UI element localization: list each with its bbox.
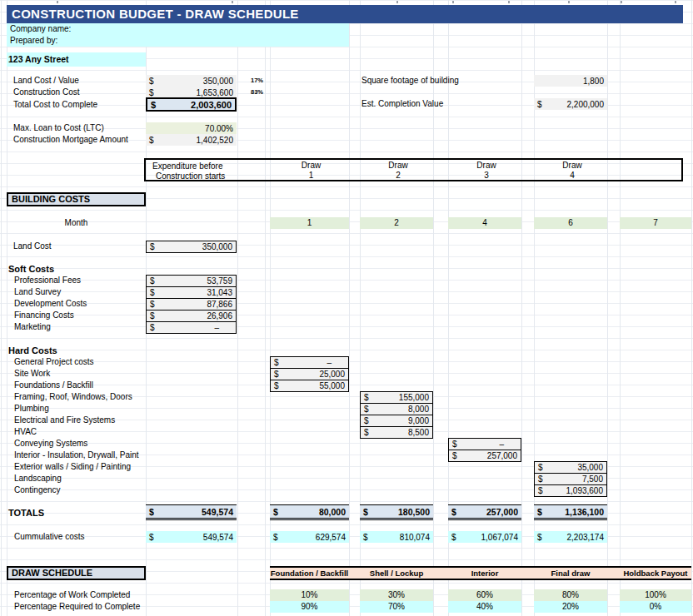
hard-cost-cell[interactable]: $8,000 [360, 403, 433, 415]
totals-cell: $80,000 [270, 504, 349, 520]
sqft-cell[interactable]: 1,800 [534, 75, 607, 87]
hard-cost-cell[interactable]: $25,000 [270, 368, 349, 380]
required-complete-cell[interactable]: 90% [270, 601, 349, 613]
totals-cell: $1,136,100 [534, 504, 607, 520]
land-cost-value-label: Land Cost / Value [13, 75, 79, 87]
land-cost-value-cell[interactable]: $ 350,000 [146, 75, 237, 87]
draw2-header: Draw 2 [361, 161, 435, 181]
cumulative-cell: $1,067,074 [448, 531, 521, 543]
hard-cost-label: Plumbing [14, 403, 49, 415]
hard-cost-cell[interactable]: $8,500 [360, 426, 433, 439]
mortgage-label: Construction Mortgage Amount [13, 134, 128, 146]
required-complete-cell[interactable]: 20% [534, 601, 607, 613]
soft-cost-cell[interactable]: $– [146, 321, 237, 334]
work-completed-cell[interactable]: 100% [620, 589, 691, 601]
completion-value-cell[interactable]: $ 2,200,000 [534, 98, 607, 110]
spreadsheet: CONSTRUCTION BUDGET - DRAW SCHEDULE Comp… [0, 0, 693, 616]
draw4-header: Draw 4 [536, 161, 609, 181]
required-complete-cell[interactable]: 40% [448, 601, 521, 613]
hard-cost-cell[interactable]: $– [270, 356, 349, 369]
cumulative-cell: $2,203,174 [534, 531, 607, 543]
land-cost-label: Land Cost [13, 241, 52, 252]
address-cell[interactable]: 123 Any Street [7, 52, 146, 67]
soft-cost-cell[interactable]: $87,866 [146, 298, 237, 310]
hard-cost-label: Contingency [14, 484, 61, 496]
required-complete-cell[interactable]: 0% [620, 601, 691, 613]
hard-cost-label: Exterior walls / Siding / Painting [14, 461, 131, 473]
cumulative-cell: $549,574 [146, 531, 237, 543]
page-title: CONSTRUCTION BUDGET - DRAW SCHEDULE [7, 5, 683, 23]
land-cost-cell[interactable]: $ 350,000 [146, 241, 237, 253]
currency-symbol: $ [149, 88, 154, 97]
cumulative-cell: $629,574 [270, 531, 349, 543]
hard-cost-label: Landscaping [14, 473, 62, 484]
soft-cost-label: Financing Costs [14, 310, 74, 321]
phase-header: Shell / Lockup [360, 569, 433, 578]
work-completed-cell[interactable]: 10% [270, 589, 349, 601]
hard-cost-label: Conveying Systems [14, 438, 87, 450]
ltc-cell[interactable]: 70.00% [146, 122, 237, 134]
month-cell-4[interactable]: 6 [534, 217, 607, 229]
work-completed-cell[interactable]: 30% [360, 589, 433, 601]
month-cell-5[interactable]: 7 [620, 217, 691, 229]
month-cell-1[interactable]: 1 [270, 217, 349, 229]
required-complete-cell[interactable]: 70% [360, 601, 433, 613]
completion-value-label: Est. Completion Value [361, 98, 443, 110]
soft-cost-cell[interactable]: $53,759 [146, 275, 237, 287]
currency-symbol: $ [537, 100, 542, 109]
building-costs-header: BUILDING COSTS [7, 192, 146, 206]
draw-schedule-header: DRAW SCHEDULE [7, 566, 146, 580]
month-label: Month [7, 217, 146, 229]
expenditure-line2: Construction starts [156, 171, 225, 181]
totals-label: TOTALS [8, 507, 44, 519]
company-name-field[interactable]: Company name: [7, 23, 349, 35]
hard-cost-cell[interactable]: $1,093,600 [534, 484, 607, 497]
soft-cost-label: Professional Fees [14, 275, 81, 286]
work-completed-cell[interactable]: 80% [534, 589, 607, 601]
phase-header: Holdback Payout [620, 569, 691, 578]
phase-header: Foundation / Backfill [270, 569, 349, 578]
totals-cell: $257,000 [448, 504, 521, 520]
construction-cost-label: Construction Cost [13, 87, 79, 98]
currency-symbol: $ [149, 77, 154, 86]
soft-cost-label: Marketing [14, 321, 51, 333]
ltc-label: Max. Loan to Cost (LTC) [13, 122, 104, 134]
month-cell-3[interactable]: 4 [448, 217, 521, 229]
land-pct: 17% [237, 75, 263, 87]
hard-cost-label: Electrical and Fire Systems [14, 415, 115, 426]
mortgage-cell: $ 1,402,520 [146, 134, 237, 146]
sqft-label: Square footage of building [361, 75, 459, 87]
draw1-header: Draw 1 [272, 161, 351, 181]
draw-header-box: Expenditure before Construction starts D… [144, 158, 683, 181]
hard-cost-cell[interactable]: $7,500 [534, 473, 607, 485]
hard-costs-title: Hard Costs [8, 345, 57, 356]
company-name-label: Company name: [10, 24, 71, 33]
hard-cost-label: Foundations / Backfill [14, 380, 93, 391]
draw3-header: Draw 3 [450, 161, 523, 181]
month-cell-2[interactable]: 2 [360, 217, 433, 229]
totals-cell: $549,574 [146, 504, 237, 520]
construction-cost-cell[interactable]: $ 1,653,600 [146, 87, 237, 98]
hard-cost-cell[interactable]: $55,000 [270, 380, 349, 392]
soft-cost-label: Development Costs [14, 298, 87, 310]
hard-cost-cell[interactable]: $257,000 [448, 450, 521, 462]
work-completed-cell[interactable]: 60% [448, 589, 521, 601]
hard-cost-cell[interactable]: $9,000 [360, 415, 433, 427]
soft-cost-label: Land Survey [14, 286, 61, 298]
hard-cost-label: Site Work [14, 368, 50, 380]
hard-cost-cell[interactable]: $35,000 [534, 461, 607, 474]
hard-cost-cell[interactable]: $– [448, 438, 521, 450]
hard-cost-cell[interactable]: $155,000 [360, 391, 433, 404]
prepared-by-label: Prepared by: [10, 36, 57, 45]
currency-symbol: $ [150, 242, 155, 251]
totals-cell: $180,500 [360, 504, 433, 520]
phase-header: Final draw [534, 569, 607, 578]
soft-cost-cell[interactable]: $26,906 [146, 310, 237, 322]
currency-symbol: $ [149, 136, 154, 145]
hard-cost-label: General Project costs [14, 356, 94, 368]
soft-cost-cell[interactable]: $31,043 [146, 286, 237, 299]
soft-costs-title: Soft Costs [8, 263, 54, 275]
phase-header: Interior [448, 569, 521, 578]
prepared-by-field[interactable]: Prepared by: [7, 35, 349, 47]
work-completed-label: Percentage of Work Completed [14, 589, 130, 601]
